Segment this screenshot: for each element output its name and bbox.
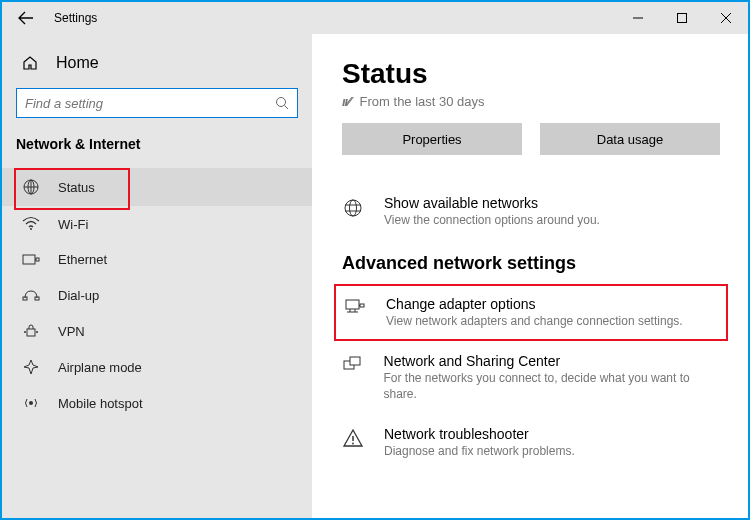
search-input[interactable] — [25, 96, 275, 111]
vpn-icon — [22, 323, 40, 339]
option-desc: Diagnose and fix network problems. — [384, 444, 575, 460]
sidebar-item-label: Mobile hotspot — [58, 396, 143, 411]
home-icon — [22, 55, 40, 71]
window-title: Settings — [50, 11, 616, 25]
option-desc: View the connection options around you. — [384, 213, 600, 229]
svg-point-17 — [24, 331, 26, 333]
sidebar-item-dialup[interactable]: Dial-up — [2, 277, 312, 313]
svg-line-5 — [285, 106, 289, 110]
sidebar-item-label: VPN — [58, 324, 85, 339]
titlebar: Settings — [2, 2, 748, 34]
sidebar-item-vpn[interactable]: VPN — [2, 313, 312, 349]
svg-point-33 — [352, 443, 354, 445]
sidebar-section-title: Network & Internet — [2, 136, 312, 168]
signal-icon: ıı⁄⁄ — [342, 94, 350, 109]
sidebar-item-wifi[interactable]: Wi-Fi — [2, 206, 312, 242]
sharing-center-option[interactable]: Network and Sharing Center For the netwo… — [342, 341, 720, 414]
wifi-icon — [22, 216, 40, 232]
svg-rect-1 — [678, 14, 687, 23]
svg-point-21 — [350, 200, 357, 216]
option-desc: View network adapters and change connect… — [386, 314, 683, 330]
sidebar-item-hotspot[interactable]: Mobile hotspot — [2, 385, 312, 421]
sidebar-item-label: Airplane mode — [58, 360, 142, 375]
arrow-left-icon — [18, 10, 34, 26]
sidebar: Home Network & Internet Status Wi-Fi — [2, 34, 312, 518]
sidebar-item-airplane[interactable]: Airplane mode — [2, 349, 312, 385]
option-title: Network and Sharing Center — [384, 353, 720, 369]
troubleshooter-option[interactable]: Network troubleshooter Diagnose and fix … — [342, 414, 720, 472]
option-title: Change adapter options — [386, 296, 683, 312]
change-adapter-option[interactable]: Change adapter options View network adap… — [334, 284, 728, 342]
show-networks-option[interactable]: Show available networks View the connect… — [342, 183, 720, 241]
svg-point-10 — [30, 228, 32, 230]
adapter-icon — [344, 296, 370, 330]
ethernet-icon — [22, 253, 40, 267]
back-button[interactable] — [2, 2, 50, 34]
minimize-button[interactable] — [616, 2, 660, 34]
window-controls — [616, 2, 748, 34]
svg-point-18 — [36, 331, 38, 333]
dialup-icon — [22, 287, 40, 303]
svg-point-4 — [277, 98, 286, 107]
svg-rect-14 — [23, 297, 27, 300]
option-title: Network troubleshooter — [384, 426, 575, 442]
maximize-icon — [677, 13, 687, 23]
option-desc: For the networks you connect to, decide … — [384, 371, 720, 402]
sidebar-home-label: Home — [56, 54, 99, 72]
sidebar-item-ethernet[interactable]: Ethernet — [2, 242, 312, 277]
svg-rect-28 — [360, 304, 364, 307]
svg-rect-11 — [23, 255, 35, 264]
svg-rect-16 — [27, 329, 35, 336]
sidebar-item-label: Status — [58, 180, 95, 195]
status-icon — [22, 178, 40, 196]
search-icon — [275, 96, 289, 110]
from-text: From the last 30 days — [360, 94, 485, 109]
sharing-icon — [342, 353, 368, 402]
sidebar-item-label: Dial-up — [58, 288, 99, 303]
option-title: Show available networks — [384, 195, 600, 211]
airplane-icon — [22, 359, 40, 375]
svg-rect-12 — [36, 258, 39, 261]
search-input-wrapper[interactable] — [16, 88, 298, 118]
sidebar-item-status[interactable]: Status — [2, 168, 312, 206]
svg-rect-31 — [350, 357, 360, 365]
hotspot-icon — [22, 395, 40, 411]
svg-rect-15 — [35, 297, 39, 300]
main-panel: Status ıı⁄⁄ From the last 30 days Proper… — [312, 34, 748, 518]
close-button[interactable] — [704, 2, 748, 34]
advanced-heading: Advanced network settings — [342, 253, 720, 274]
properties-button[interactable]: Properties — [342, 123, 522, 155]
minimize-icon — [633, 13, 643, 23]
close-icon — [721, 13, 731, 23]
sidebar-item-label: Wi-Fi — [58, 217, 88, 232]
sidebar-item-label: Ethernet — [58, 252, 107, 267]
svg-rect-24 — [346, 300, 359, 309]
maximize-button[interactable] — [660, 2, 704, 34]
warning-icon — [342, 426, 368, 460]
sidebar-home[interactable]: Home — [2, 46, 312, 80]
data-usage-button[interactable]: Data usage — [540, 123, 720, 155]
page-title: Status — [342, 58, 720, 90]
globe-icon — [342, 195, 368, 229]
svg-point-19 — [29, 401, 33, 405]
svg-point-20 — [345, 200, 361, 216]
status-subline: ıı⁄⁄ From the last 30 days — [342, 94, 720, 109]
